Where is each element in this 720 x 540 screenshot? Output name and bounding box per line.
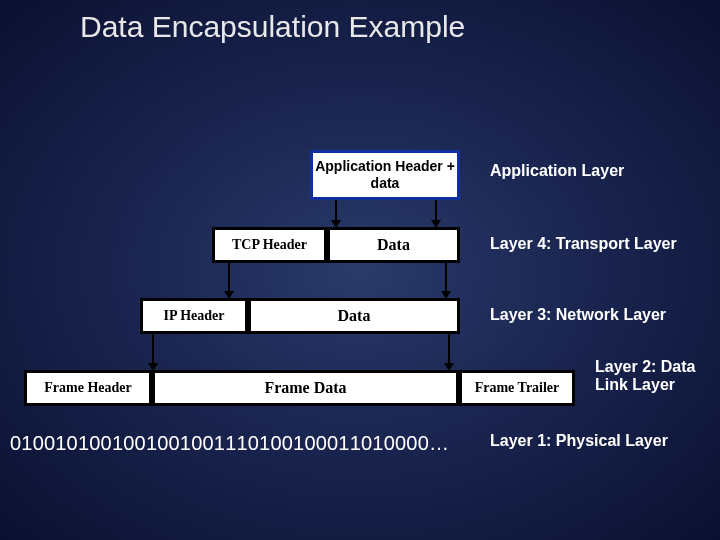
arrow-icon: [445, 263, 447, 298]
datalink-layer-label: Layer 2: Data Link Layer: [595, 358, 705, 394]
arrow-icon: [228, 263, 230, 298]
network-layer-label: Layer 3: Network Layer: [490, 306, 666, 324]
slide-title: Data Encapsulation Example: [80, 10, 465, 44]
application-box: Application Header + data: [310, 150, 460, 200]
arrow-icon: [152, 334, 154, 370]
ip-header-box: IP Header: [140, 298, 248, 334]
arrow-icon: [335, 200, 337, 227]
tcp-data-box: Data: [327, 227, 460, 263]
application-layer-label: Application Layer: [490, 162, 624, 180]
ip-data-box: Data: [248, 298, 460, 334]
frame-header-box: Frame Header: [24, 370, 152, 406]
frame-data-box: Frame Data: [152, 370, 459, 406]
frame-trailer-box: Frame Trailer: [459, 370, 575, 406]
transport-layer-label: Layer 4: Transport Layer: [490, 235, 677, 253]
arrow-icon: [435, 200, 437, 227]
tcp-header-box: TCP Header: [212, 227, 327, 263]
physical-layer-label: Layer 1: Physical Layer: [490, 432, 680, 450]
physical-bits: 0100101001001001001110100100011010000…: [10, 432, 449, 455]
arrow-icon: [448, 334, 450, 370]
